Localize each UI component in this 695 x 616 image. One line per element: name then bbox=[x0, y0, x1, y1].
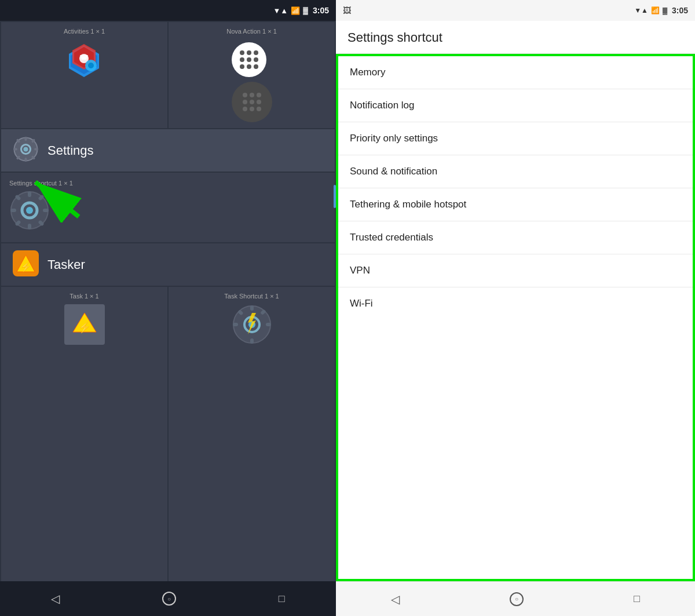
task-icon: ⚡ bbox=[64, 304, 105, 345]
task-shortcut-label: Task Shortcut 1 × 1 bbox=[224, 293, 279, 300]
tasker-label: Tasker bbox=[47, 257, 85, 272]
left-status-bar-right: ▼▲ 📶 ▓ 3:05 bbox=[273, 6, 329, 15]
settings-row[interactable]: Settings bbox=[1, 129, 335, 172]
left-status-bar: ▼▲ 📶 ▓ 3:05 bbox=[0, 0, 336, 21]
activities-widget[interactable]: Activities 1 × 1 bbox=[1, 22, 167, 128]
nova-action-widget[interactable]: Nova Action 1 × 1 bbox=[169, 22, 335, 128]
dot bbox=[250, 100, 254, 104]
task-widget[interactable]: Task 1 × 1 ⚡ bbox=[1, 287, 167, 581]
wifi-icon: ▼▲ bbox=[273, 6, 288, 15]
dot bbox=[243, 100, 247, 104]
dots-grid bbox=[240, 50, 258, 69]
dot bbox=[254, 64, 258, 69]
task-label: Task 1 × 1 bbox=[70, 293, 98, 300]
left-bottom-nav: ◁ ○ □ bbox=[0, 581, 336, 616]
dot bbox=[247, 50, 251, 55]
home-button[interactable]: ○ bbox=[162, 592, 176, 606]
svg-rect-41 bbox=[250, 305, 254, 311]
green-arrow bbox=[21, 170, 85, 225]
shortcut-widget-inner bbox=[9, 188, 327, 238]
menu-item-trusted-credentials[interactable]: Trusted credentials bbox=[338, 221, 693, 254]
dots-grid-bg bbox=[243, 93, 261, 111]
menu-item-notification-log[interactable]: Notification log bbox=[338, 89, 693, 122]
dot bbox=[240, 64, 244, 69]
battery-icon: ▓ bbox=[303, 6, 308, 14]
recents-button[interactable]: □ bbox=[279, 593, 285, 605]
right-wifi-icon: ▼▲ bbox=[634, 6, 648, 14]
dot bbox=[243, 107, 247, 111]
photo-icon: 🖼 bbox=[343, 6, 351, 15]
right-status-right: ▼▲ 📶 ▓ 3:05 bbox=[634, 6, 688, 15]
right-status-bar: 🖼 ▼▲ 📶 ▓ 3:05 bbox=[336, 0, 695, 21]
dot bbox=[247, 64, 251, 69]
right-battery-icon: ▓ bbox=[663, 7, 667, 14]
dot bbox=[254, 50, 258, 55]
dot bbox=[247, 57, 251, 62]
svg-rect-43 bbox=[233, 323, 238, 326]
svg-rect-15 bbox=[34, 148, 38, 151]
right-recents-button[interactable]: □ bbox=[634, 593, 640, 605]
bottom-widgets: Task 1 × 1 ⚡ Task Shortcut 1 × 1 bbox=[1, 287, 335, 581]
svg-line-32 bbox=[35, 182, 79, 217]
svg-rect-25 bbox=[10, 209, 16, 212]
dot bbox=[243, 93, 247, 97]
settings-label: Settings bbox=[47, 143, 94, 158]
dot bbox=[240, 57, 244, 62]
right-home-button[interactable]: ○ bbox=[510, 592, 524, 606]
right-back-button[interactable]: ◁ bbox=[391, 592, 400, 606]
signal-icon: 📶 bbox=[291, 6, 300, 15]
settings-list: Memory Notification log Priority only se… bbox=[336, 54, 695, 581]
tasker-icon: ⚡ bbox=[13, 250, 39, 279]
menu-item-priority-only-settings[interactable]: Priority only settings bbox=[338, 122, 693, 155]
svg-rect-13 bbox=[25, 158, 27, 162]
task-shortcut-widget[interactable]: Task Shortcut 1 × 1 bbox=[169, 287, 335, 581]
menu-item-tethering-hotspot[interactable]: Tethering & mobile hotspot bbox=[338, 188, 693, 221]
right-panel: 🖼 ▼▲ 📶 ▓ 3:05 Settings shortcut Memory N… bbox=[336, 0, 695, 616]
svg-text:⚡: ⚡ bbox=[78, 321, 92, 334]
right-bottom-nav: ◁ ○ □ bbox=[336, 581, 695, 616]
menu-item-memory[interactable]: Memory bbox=[338, 56, 693, 89]
dot bbox=[257, 100, 261, 104]
dot bbox=[240, 50, 244, 55]
dot bbox=[257, 107, 261, 111]
dot bbox=[250, 93, 254, 97]
back-button[interactable]: ◁ bbox=[51, 592, 60, 606]
task-shortcut-icon bbox=[232, 304, 272, 347]
menu-item-vpn[interactable]: VPN bbox=[338, 254, 693, 287]
svg-rect-12 bbox=[25, 137, 27, 141]
shortcut-section: Settings shortcut 1 × 1 bbox=[1, 173, 335, 242]
tasker-row[interactable]: ⚡ Tasker bbox=[1, 243, 335, 286]
dot bbox=[250, 107, 254, 111]
page-title: Settings shortcut bbox=[348, 30, 683, 45]
dot bbox=[254, 57, 258, 62]
svg-rect-44 bbox=[266, 323, 271, 326]
dot bbox=[257, 93, 261, 97]
scrollbar-indicator bbox=[334, 185, 336, 208]
activities-icon bbox=[65, 42, 103, 80]
time-display: 3:05 bbox=[313, 6, 329, 15]
nova-label: Nova Action 1 × 1 bbox=[226, 28, 277, 35]
svg-rect-42 bbox=[250, 338, 254, 344]
right-time-display: 3:05 bbox=[672, 6, 688, 15]
svg-text:⚡: ⚡ bbox=[20, 261, 32, 272]
left-panel: ▼▲ 📶 ▓ 3:05 Activities 1 × 1 bbox=[0, 0, 336, 616]
svg-point-11 bbox=[24, 147, 28, 152]
activities-label: Activities 1 × 1 bbox=[64, 28, 105, 35]
menu-item-wifi[interactable]: Wi-Fi bbox=[338, 287, 693, 320]
svg-point-8 bbox=[88, 63, 94, 68]
settings-icon bbox=[13, 136, 39, 165]
settings-header: Settings shortcut bbox=[336, 21, 695, 54]
right-signal-icon: 📶 bbox=[651, 6, 660, 14]
svg-rect-14 bbox=[13, 148, 17, 151]
nova-icon bbox=[232, 42, 272, 122]
menu-item-sound-notification[interactable]: Sound & notification bbox=[338, 155, 693, 188]
top-widgets-row: Activities 1 × 1 bbox=[0, 21, 336, 128]
